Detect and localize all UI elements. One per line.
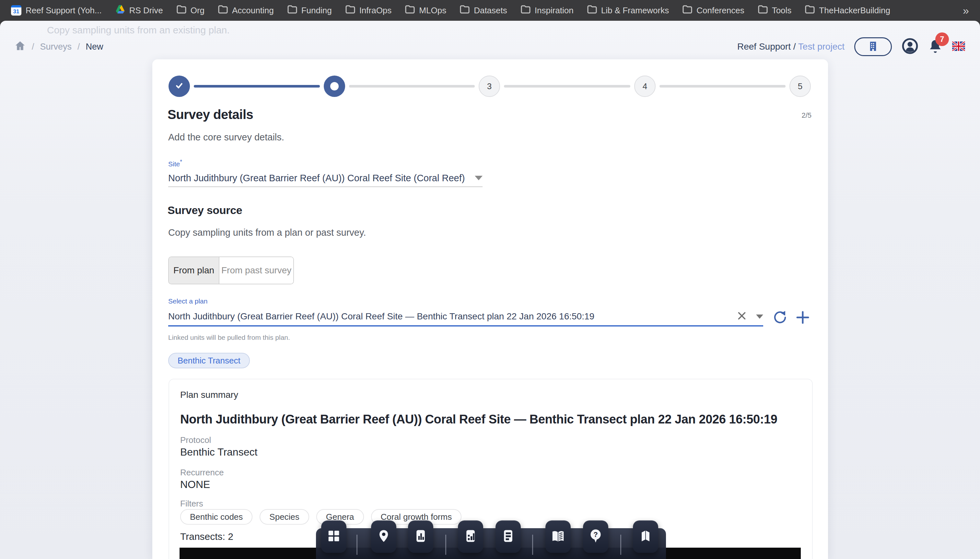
dock-map-pin-button[interactable] [371, 520, 396, 553]
stepper-step-5[interactable]: 5 [789, 76, 811, 97]
bookmark-infraops[interactable]: InfraOps [345, 5, 392, 16]
bookmark-label: TheHackerBuilding [819, 5, 890, 16]
folder-icon [683, 5, 692, 16]
folder-icon [521, 5, 531, 16]
dock-analytics-button[interactable] [458, 520, 483, 553]
chevron-down-icon[interactable] [756, 314, 763, 319]
folder-icon [218, 5, 228, 16]
folder-icon [587, 5, 597, 16]
calendar-31-icon: 31 [11, 5, 21, 16]
bar-chart-icon [414, 529, 428, 545]
bookmark-label: Funding [301, 5, 332, 16]
bookmark-lib-frameworks[interactable]: Lib & Frameworks [587, 5, 669, 16]
bookmarks-bar: 31 Reef Support (Yoh... RS Drive Org Acc… [0, 0, 980, 21]
bookmark-thehackerbuilding[interactable]: TheHackerBuilding [805, 5, 890, 16]
bookmark-rs-drive[interactable]: RS Drive [115, 5, 163, 17]
bookmark-label: Tools [772, 5, 792, 16]
language-flag-button[interactable] [952, 41, 965, 52]
bookmark-label: InfraOps [360, 5, 392, 16]
folder-icon [345, 5, 355, 16]
dock-separator [620, 535, 621, 555]
bookmark-label: Lib & Frameworks [601, 5, 669, 16]
dock-background [316, 528, 666, 559]
refresh-plans-button[interactable] [772, 310, 788, 326]
project-link[interactable]: Test project [798, 41, 845, 51]
org-name: Reef Support / [737, 41, 796, 51]
recurrence-label: Recurrence [180, 468, 224, 478]
filters-label: Filters [180, 499, 203, 509]
stepper-step-2-active[interactable] [324, 76, 345, 97]
avatar-icon [902, 50, 919, 55]
select-plan-helper-text: Linked units will be pulled from this pl… [168, 334, 290, 341]
bookmark-accounting[interactable]: Accounting [218, 5, 274, 16]
folder-icon [287, 5, 297, 16]
bookmark-label: Datasets [474, 5, 507, 16]
bookmark-label: RS Drive [129, 5, 163, 16]
drive-icon [115, 5, 125, 17]
bookmark-datasets[interactable]: Datasets [460, 5, 507, 16]
tab-from-past-survey[interactable]: From past survey [219, 257, 293, 284]
clear-icon[interactable] [736, 310, 747, 323]
survey-source-title: Survey source [168, 204, 242, 217]
notifications-button[interactable]: 7 [928, 38, 942, 55]
dashboard-grid-icon [326, 529, 341, 545]
site-select[interactable]: North Judithbury (Great Barrier Reef (AU… [168, 170, 483, 187]
bookmark-label: Inspiration [535, 5, 574, 16]
stepper-step-4[interactable]: 4 [634, 76, 656, 97]
source-toggle-group: From plan From past survey [168, 256, 294, 284]
bookmark-mlops[interactable]: MLOps [405, 5, 446, 16]
plus-icon [795, 321, 810, 326]
breadcrumb-surveys[interactable]: Surveys [40, 42, 72, 52]
filter-chip-species: Species [260, 509, 309, 524]
dock-separator [356, 535, 358, 555]
bookmark-label: Accounting [232, 5, 274, 16]
bookmarks-overflow-chevron-icon[interactable]: » [963, 4, 969, 17]
dock-help-button[interactable]: ? [583, 520, 608, 553]
bookmark-org[interactable]: Org [177, 5, 205, 16]
dock-field-guide-button[interactable] [545, 520, 571, 553]
recurrence-value: NONE [180, 479, 210, 491]
app-page: Copy sampling units from an existing pla… [0, 21, 980, 559]
select-plan-value: North Judithbury (Great Barrier Reef (AU… [168, 311, 728, 322]
organization-button[interactable] [854, 37, 892, 56]
stepper-connector-2 [349, 85, 475, 88]
tab-from-plan[interactable]: From plan [169, 257, 219, 284]
stepper-connector-4 [660, 85, 785, 88]
select-plan-label: Select a plan [168, 297, 208, 305]
breadcrumb: / Surveys / New [14, 40, 103, 53]
svg-text:?: ? [593, 531, 597, 539]
stepper-step-3[interactable]: 3 [478, 76, 500, 97]
bookmark-conferences[interactable]: Conferences [683, 5, 744, 16]
chevron-down-icon [475, 176, 483, 180]
building-icon [866, 40, 879, 54]
bookmark-label: Org [191, 5, 205, 16]
bookmark-funding[interactable]: Funding [287, 5, 332, 16]
field-guide-book-icon [551, 529, 566, 545]
select-plan-autocomplete[interactable]: North Judithbury (Great Barrier Reef (AU… [168, 308, 763, 326]
dock-separator [532, 535, 533, 555]
bookmark-label: MLOps [419, 5, 446, 16]
dock-separator [445, 535, 446, 555]
dock-report-button[interactable] [495, 520, 521, 553]
dock-bar-chart-button[interactable] [408, 520, 433, 553]
dock-map-button[interactable] [633, 520, 658, 553]
breadcrumb-separator: / [32, 42, 35, 52]
topbar-right: Reef Support / Test project 7 [737, 35, 965, 59]
add-plan-button[interactable] [795, 310, 810, 326]
transects-count: Transects: 2 [180, 531, 233, 542]
org-project-label: Reef Support / Test project [737, 41, 845, 52]
bookmark-tools[interactable]: Tools [758, 5, 792, 16]
bookmark-inspiration[interactable]: Inspiration [521, 5, 574, 16]
account-button[interactable] [902, 38, 919, 56]
screen: 31 Reef Support (Yoh... RS Drive Org Acc… [0, 0, 980, 559]
stepper-step-1-done[interactable] [168, 76, 190, 97]
report-list-icon [501, 529, 515, 545]
help-icon: ? [589, 528, 603, 545]
bookmark-reef-support[interactable]: 31 Reef Support (Yoh... [11, 5, 102, 16]
home-icon[interactable] [14, 40, 26, 53]
dock-dashboard-button[interactable] [321, 520, 346, 553]
faded-banner-text: Copy sampling units from an existing pla… [47, 25, 230, 36]
plan-summary-label: Plan summary [180, 390, 238, 400]
survey-source-subtitle: Copy sampling units from a plan or past … [168, 227, 366, 238]
required-asterisk: * [180, 159, 182, 165]
